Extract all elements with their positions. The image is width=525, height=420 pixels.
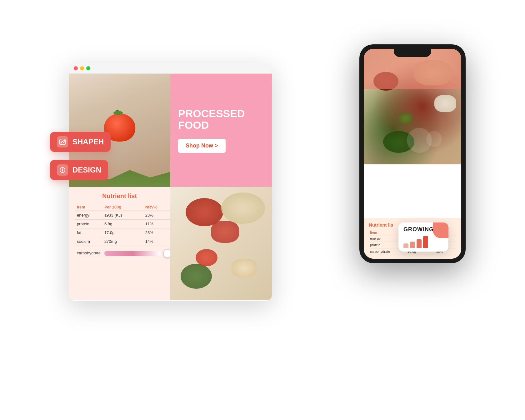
dot-yellow <box>80 66 84 70</box>
design-badge[interactable]: DESIGN <box>50 160 108 180</box>
salad-tomato2 <box>196 249 218 266</box>
design-icon <box>57 164 68 176</box>
chart-bar-3 <box>417 239 422 248</box>
browser-window: PROCESSED FOOD Shop Now > Nutrient list … <box>69 63 272 301</box>
table-row: protein 6.8g 11% <box>75 220 170 228</box>
carbohydrate-bar <box>104 249 170 258</box>
table-row: energy 1933 (KJ) 23% <box>75 211 170 220</box>
scene: PROCESSED FOOD Shop Now > Nutrient list … <box>59 38 466 382</box>
svg-point-1 <box>63 140 65 141</box>
shapeh-label: SHAPEH <box>72 138 104 146</box>
growing-label: GROWING <box>403 226 434 233</box>
salad-bread <box>221 192 265 224</box>
shop-now-button[interactable]: Shop Now > <box>178 139 226 153</box>
salad-pepper <box>211 221 239 243</box>
table-row: fat 17.0g 28% <box>75 228 170 237</box>
table-row: sodium 270mg 14% <box>75 237 170 246</box>
phone-cheese <box>434 95 456 112</box>
processed-food-title: PROCESSED FOOD <box>178 108 264 131</box>
table-row: carbohydrate <box>75 246 170 260</box>
design-label: DESIGN <box>72 166 101 174</box>
nutrient-list-title: Nutrient list <box>75 192 164 200</box>
salad-greens <box>181 264 212 289</box>
growing-badge: GROWING <box>398 222 448 252</box>
chart-bar-2 <box>410 242 415 248</box>
salad-scene <box>170 187 272 300</box>
chart-bar-4 <box>423 236 428 248</box>
chart-bar-1 <box>403 243 408 248</box>
growing-chart <box>403 235 428 248</box>
growing-badge-accent <box>433 222 448 238</box>
browser-titlebar <box>69 63 272 74</box>
col-per100g: Per 100g <box>102 203 143 211</box>
bar-handle[interactable] <box>163 249 170 258</box>
cell-nutrient-list: Nutrient list Item Per 100g NRV% energy … <box>69 187 170 300</box>
phone-deco-circle-2 <box>426 131 442 147</box>
cell-salad-photo <box>170 187 272 300</box>
phone-pesto <box>398 112 413 125</box>
col-nrv: NRV% <box>143 203 170 211</box>
browser-content: PROCESSED FOOD Shop Now > Nutrient list … <box>69 74 272 300</box>
bar-track <box>104 251 161 256</box>
col-item: Item <box>75 203 102 211</box>
dot-red <box>74 66 78 70</box>
shapeh-icon <box>57 136 68 148</box>
salad-cheese <box>232 259 257 278</box>
dot-green <box>86 66 90 70</box>
shapeh-badge[interactable]: SHAPEH <box>50 132 111 152</box>
nutrient-table: Item Per 100g NRV% energy 1933 (KJ) 23% … <box>75 203 170 260</box>
phone-food-section <box>364 49 461 164</box>
phone-notch <box>394 49 431 57</box>
cell-processed-food: PROCESSED FOOD Shop Now > <box>170 74 272 187</box>
